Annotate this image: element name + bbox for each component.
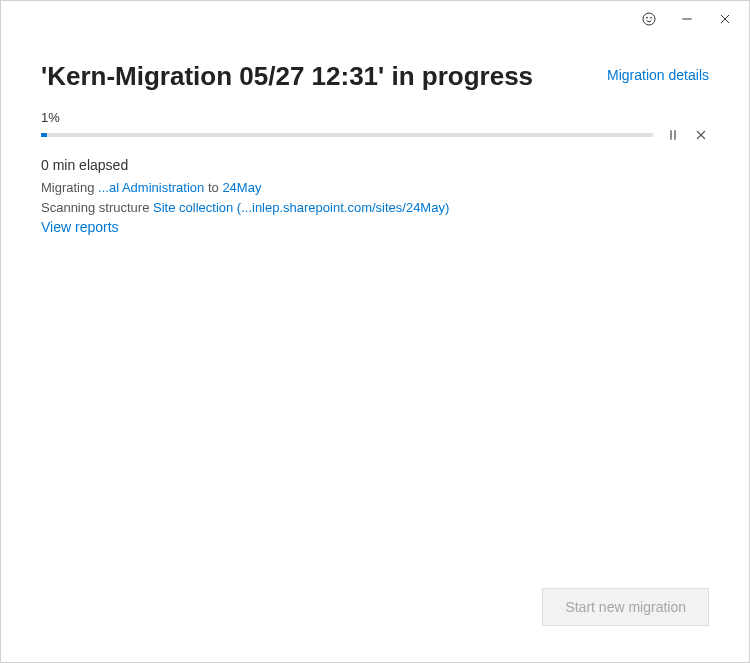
migration-details-link[interactable]: Migration details (607, 67, 709, 83)
status-block: 0 min elapsed Migrating ...al Administra… (41, 155, 709, 238)
cancel-icon[interactable] (693, 127, 709, 143)
migrating-target-link[interactable]: 24May (222, 180, 261, 195)
scanning-prefix: Scanning structure (41, 200, 153, 215)
view-reports-link[interactable]: View reports (41, 219, 119, 235)
header: 'Kern-Migration 05/27 12:31' in progress… (1, 37, 749, 110)
feedback-smiley-icon[interactable] (639, 9, 659, 29)
close-icon[interactable] (715, 9, 735, 29)
progress-area: 1% 0 min elapsed Migrating ...al (1, 110, 749, 238)
migrating-line: Migrating ...al Administration to 24May (41, 178, 709, 198)
app-window: 'Kern-Migration 05/27 12:31' in progress… (0, 0, 750, 663)
titlebar (1, 1, 749, 37)
scanning-target-link[interactable]: Site collection (...inlep.sharepoint.com… (153, 200, 449, 215)
elapsed-label: 0 min elapsed (41, 155, 709, 176)
minimize-icon[interactable] (677, 9, 697, 29)
footer: Start new migration (1, 588, 749, 662)
progress-bar (41, 133, 653, 137)
progress-fill (41, 133, 47, 137)
svg-point-1 (647, 17, 648, 18)
pause-icon[interactable] (665, 127, 681, 143)
page-title: 'Kern-Migration 05/27 12:31' in progress (41, 61, 533, 92)
start-new-migration-button[interactable]: Start new migration (542, 588, 709, 626)
migrating-source-link[interactable]: ...al Administration (98, 180, 204, 195)
svg-point-0 (643, 13, 655, 25)
migrating-to: to (204, 180, 222, 195)
svg-point-2 (651, 17, 652, 18)
progress-percent-label: 1% (41, 110, 709, 125)
migrating-prefix: Migrating (41, 180, 98, 195)
progress-row (41, 127, 709, 143)
spacer (1, 238, 749, 588)
scanning-line: Scanning structure Site collection (...i… (41, 198, 709, 218)
